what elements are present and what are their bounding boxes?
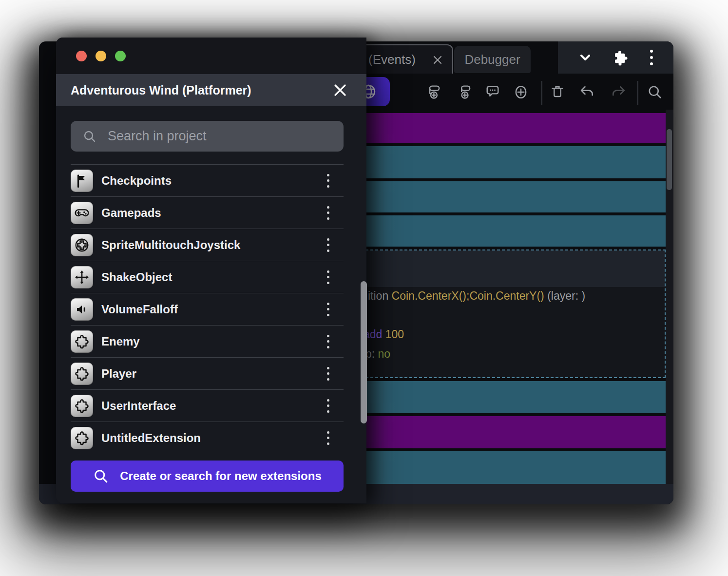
list-item-label: Checkpoints (101, 174, 172, 188)
toolbar-search-icon[interactable] (646, 83, 664, 101)
window-titlebar (56, 38, 366, 74)
event-row-teal[interactable] (351, 451, 666, 484)
event-row-purple[interactable] (351, 113, 666, 143)
list-item-label: Player (101, 367, 136, 381)
selected-event-block[interactable]: ition Coin.CenterX();Coin.CenterY() (lay… (351, 250, 666, 378)
chevron-down-icon[interactable] (577, 49, 594, 66)
window-controls-panel (558, 41, 673, 74)
undo-icon[interactable] (578, 83, 596, 101)
flag-icon (71, 170, 93, 192)
speaker-icon (71, 298, 93, 321)
tab-close-icon[interactable] (433, 55, 442, 65)
events-sheet: ition Coin.CenterX();Coin.CenterY() (lay… (351, 113, 666, 484)
item-menu-kebab-icon[interactable] (323, 173, 333, 189)
search-icon (93, 468, 109, 484)
create-extension-label: Create or search for new extensions (120, 469, 321, 483)
list-item-untitledextension[interactable]: UntitledExtension (71, 422, 344, 454)
extensions-list: Checkpoints Gamepads SpriteMultitouchJoy… (71, 164, 344, 454)
puzzle-icon (71, 427, 93, 449)
toolbar-divider (637, 81, 638, 105)
list-item-label: UserInterface (101, 399, 176, 413)
list-item-checkpoints[interactable]: Checkpoints (71, 164, 344, 196)
list-item-spritemultitouchjoystick[interactable]: SpriteMultitouchJoystick (71, 229, 344, 261)
event-row-teal[interactable] (351, 181, 666, 212)
events-scrollbar[interactable] (667, 129, 672, 190)
project-manager-drawer: Adventurous Wind (Platformer) Checkpoint… (56, 38, 366, 503)
puzzle-icon (71, 330, 93, 353)
drawer-close-icon[interactable] (333, 83, 347, 97)
create-extension-button[interactable]: Create or search for new extensions (71, 461, 344, 492)
event-condition-area[interactable] (352, 250, 665, 287)
list-item-label: VolumeFalloff (101, 303, 178, 316)
item-menu-kebab-icon[interactable] (323, 269, 333, 286)
move-arrows-icon (71, 266, 93, 288)
item-menu-kebab-icon[interactable] (323, 398, 333, 414)
search-input[interactable] (108, 129, 322, 144)
add-sub-event-icon[interactable] (456, 83, 474, 101)
item-menu-kebab-icon[interactable] (323, 365, 333, 382)
item-menu-kebab-icon[interactable] (323, 333, 333, 350)
search-icon (82, 129, 97, 144)
list-item-userinterface[interactable]: UserInterface (71, 389, 344, 422)
add-other-event-icon[interactable] (512, 83, 530, 101)
toolbar-divider (541, 81, 542, 105)
delete-icon[interactable] (549, 83, 566, 101)
zoom-traffic-light[interactable] (115, 51, 126, 61)
events-scroll-gutter (666, 110, 673, 484)
add-comment-icon[interactable] (484, 83, 501, 101)
redo-icon[interactable] (610, 83, 627, 101)
list-item-player[interactable]: Player (71, 357, 344, 389)
tab-debugger[interactable]: Debugger (454, 46, 531, 73)
list-item-gamepads[interactable]: Gamepads (71, 196, 344, 229)
extensions-puzzle-icon[interactable] (612, 49, 630, 66)
puzzle-icon (71, 363, 93, 385)
event-row-teal[interactable] (351, 146, 666, 178)
add-event-icon[interactable] (425, 83, 443, 101)
tab-events-label: (Events) (368, 52, 416, 67)
minimize-traffic-light[interactable] (96, 51, 106, 61)
gamepad-icon (71, 202, 93, 224)
list-item-label: Gamepads (101, 206, 161, 220)
list-item-label: Enemy (101, 335, 140, 348)
event-action-loop[interactable]: p: no (365, 347, 390, 361)
close-traffic-light[interactable] (76, 51, 87, 61)
list-item-volumefalloff[interactable]: VolumeFalloff (71, 293, 344, 325)
screenshot-canvas: (Events) Debugger (0, 0, 728, 576)
list-item-label: ShakeObject (101, 270, 172, 284)
list-item-enemy[interactable]: Enemy (71, 325, 344, 357)
event-action-position[interactable]: ition Coin.CenterX();Coin.CenterY() (lay… (368, 289, 585, 303)
event-row-purple[interactable] (351, 416, 666, 448)
event-row-teal[interactable] (351, 215, 666, 247)
event-row-teal[interactable] (351, 381, 666, 413)
puzzle-icon (71, 395, 93, 417)
more-kebab-icon[interactable] (649, 48, 654, 67)
drawer-scrollbar[interactable] (361, 281, 367, 423)
list-item-label: SpriteMultitouchJoystick (101, 238, 240, 252)
project-search[interactable] (71, 121, 344, 152)
event-action-add[interactable]: add 100 (364, 328, 404, 341)
item-menu-kebab-icon[interactable] (323, 237, 333, 253)
item-menu-kebab-icon[interactable] (323, 430, 333, 446)
drawer-header: Adventurous Wind (Platformer) (56, 74, 366, 106)
list-item-label: UntitledExtension (101, 431, 201, 445)
list-item-shakeobject[interactable]: ShakeObject (71, 261, 344, 293)
item-menu-kebab-icon[interactable] (323, 301, 333, 318)
joystick-icon (71, 234, 93, 256)
project-title: Adventurous Wind (Platformer) (71, 83, 251, 97)
item-menu-kebab-icon[interactable] (323, 205, 333, 221)
tab-debugger-label: Debugger (464, 52, 520, 67)
